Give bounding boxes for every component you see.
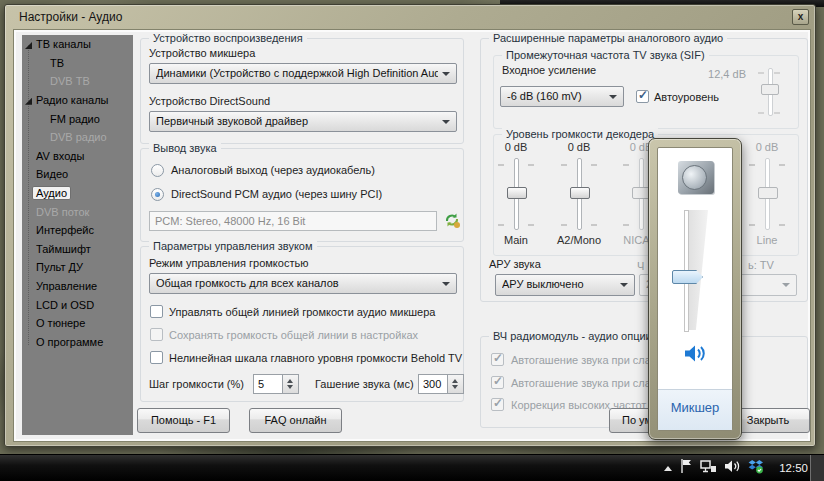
volume-step-input[interactable]: 5 (253, 374, 283, 394)
sound-control-group: Параметры управления звуком Режим управл… (140, 246, 464, 402)
autolevel-label[interactable]: Автоуровень (654, 91, 719, 103)
pcm-format-field: PCM: Stereo, 48000 Hz, 16 Bit (149, 211, 437, 231)
sidebar-item[interactable]: DVB ТВ (22, 72, 133, 91)
master-line-checkbox[interactable] (150, 305, 163, 318)
volume-step-stepper[interactable] (283, 374, 299, 394)
slider-thumb[interactable] (758, 187, 778, 199)
sidebar-item-label: Пульт ДУ (36, 261, 83, 273)
sound-output-group: Вывод звука Аналоговый выход (через ауди… (140, 148, 464, 242)
slider-thumb[interactable] (507, 187, 527, 199)
directsound-device-select[interactable]: Первичный звуковой драйвер (149, 111, 457, 132)
sidebar-item-label: ТВ каналы (36, 38, 91, 50)
volume-mode-value: Общая громкость для всех каналов (156, 277, 438, 289)
hidden-icons-arrow-icon[interactable] (664, 466, 672, 471)
tree-expander-icon[interactable] (25, 42, 32, 49)
sidebar-item[interactable]: О программе (22, 333, 133, 352)
audio-format-refresh-icon[interactable] (443, 211, 461, 233)
sif-group: Промежуточная частота TV звука (SIF) Вхо… (493, 55, 799, 129)
rf-option-label: Автогашение звука при слаб (511, 377, 657, 389)
mute-volume-icon[interactable] (684, 344, 708, 367)
decoder-volume-slider[interactable] (551, 156, 607, 234)
sidebar-item[interactable]: DVB поток (22, 202, 133, 221)
sidebar-item-label: DVB радио (50, 131, 107, 143)
master-line-label[interactable]: Управлять общей линией громкости аудио м… (169, 306, 435, 318)
sidebar-item-label: О программе (36, 336, 103, 348)
nonlinear-scale-label[interactable]: Нелинейная шкала главного уровня громкос… (169, 352, 462, 364)
sidebar-item-label: ТВ (50, 57, 64, 69)
chevron-down-icon (442, 120, 450, 124)
taskbar-clock[interactable]: 12:50 (779, 462, 808, 474)
checkbox-icon (491, 376, 504, 389)
agc-select[interactable]: АРУ выключено (495, 274, 635, 296)
mute-time-input[interactable]: 300 (418, 374, 448, 394)
analog-output-label[interactable]: Аналоговый выход (через аудиокабель) (171, 164, 375, 176)
volume-tray-icon[interactable] (724, 459, 741, 478)
taskbar[interactable]: 12:50 (0, 454, 824, 481)
sidebar-item[interactable]: Таймшифт (22, 240, 133, 259)
sif-level-value: 12,4 dB (700, 68, 746, 80)
slider-thumb[interactable] (570, 187, 590, 199)
sidebar-item[interactable]: Пульт ДУ (22, 258, 133, 277)
decoder-volume-column[interactable]: 0 dB A2/Mono (551, 141, 607, 253)
nonlinear-scale-checkbox[interactable] (150, 351, 163, 364)
decoder-volume-column[interactable]: 0 dB Main (488, 141, 544, 253)
mixer-link[interactable]: Микшер (671, 400, 720, 415)
decoder-volume-column[interactable]: 0 dB Line (739, 141, 795, 253)
pcm-output-radio[interactable] (151, 188, 164, 201)
save-volume-checkbox (150, 328, 163, 341)
decoder-db-label: 0 dB (551, 141, 607, 155)
close-icon[interactable]: x (792, 9, 809, 25)
sidebar-item[interactable]: Интерфейс (22, 221, 133, 240)
faq-button[interactable]: FAQ онлайн (249, 408, 342, 433)
mixer-device-select[interactable]: Динамики (Устройство с поддержкой High D… (149, 63, 457, 84)
sidebar-item[interactable]: ТВ каналы (22, 35, 133, 54)
volume-mode-select[interactable]: Общая громкость для всех каналов (149, 273, 457, 294)
sidebar-item-label: Таймшифт (36, 243, 91, 255)
sidebar-item-label: Управление (36, 280, 97, 292)
input-gain-value: -6 dB (160 mV) (507, 90, 605, 102)
input-gain-select[interactable]: -6 dB (160 mV) (500, 86, 624, 107)
decoder-volume-slider[interactable] (739, 156, 795, 234)
decoder-volume-group: Уровень громкости декодера 0 dB Main 0 d… (493, 134, 799, 256)
group-title: ВЧ радиомодуль - аудио опции (489, 330, 656, 342)
sidebar-item[interactable]: Управление (22, 277, 133, 296)
slider-thumb (761, 84, 779, 95)
help-button[interactable]: Помощь - F1 (137, 408, 230, 433)
sidebar-item[interactable]: LCD и OSD (22, 295, 133, 314)
pcm-output-label[interactable]: DirectSound PCM аудио (через шину PCI) (171, 188, 382, 200)
sidebar-item[interactable]: Радио каналы (22, 91, 133, 110)
sidebar-item[interactable]: AV входы (22, 147, 133, 166)
dropbox-icon[interactable] (748, 459, 764, 478)
group-title: Расширенные параметры аналогового аудио (489, 32, 727, 44)
sidebar-item[interactable]: Видео (22, 165, 133, 184)
sidebar-item[interactable]: ТВ (22, 54, 133, 73)
sidebar-item-label: Видео (36, 168, 68, 180)
mixer-device-label: Устройство микшера (149, 47, 255, 59)
action-center-flag-icon[interactable] (679, 458, 693, 478)
autolevel-checkbox[interactable] (636, 90, 649, 103)
system-tray: 12:50 (664, 455, 808, 481)
show-desktop-button[interactable] (810, 455, 824, 481)
analog-output-radio[interactable] (151, 164, 164, 177)
checkbox-icon (491, 398, 504, 411)
decoder-channel-label: Line (739, 234, 795, 248)
sidebar-item-label: Интерфейс (36, 224, 94, 236)
decoder-volume-slider[interactable] (488, 156, 544, 234)
mute-time-label: Гашение звука (мс) (315, 378, 414, 390)
sidebar-item-label: Радио каналы (36, 94, 109, 106)
save-volume-label: Сохранять громкость общей линии в настро… (169, 329, 418, 341)
rf-option-label: Автогашение звука при слаб (511, 354, 657, 366)
sidebar-item-label: AV входы (36, 150, 84, 162)
window-titlebar[interactable]: Настройки - Аудио x (5, 5, 815, 29)
mute-time-stepper[interactable] (448, 374, 464, 394)
sidebar-item[interactable]: DVB радио (22, 128, 133, 147)
chevron-down-icon (620, 283, 628, 287)
network-icon[interactable] (700, 459, 717, 478)
directsound-device-label: Устройство DirectSound (149, 95, 270, 107)
advanced-analog-audio-group: Расширенные параметры аналогового аудио … (480, 38, 808, 302)
tree-expander-icon[interactable] (25, 98, 32, 105)
sidebar-item[interactable]: Аудио (22, 184, 133, 203)
sidebar-item[interactable]: О тюнере (22, 314, 133, 333)
sidebar-item[interactable]: FM радио (22, 109, 133, 128)
chevron-down-icon (442, 72, 450, 76)
